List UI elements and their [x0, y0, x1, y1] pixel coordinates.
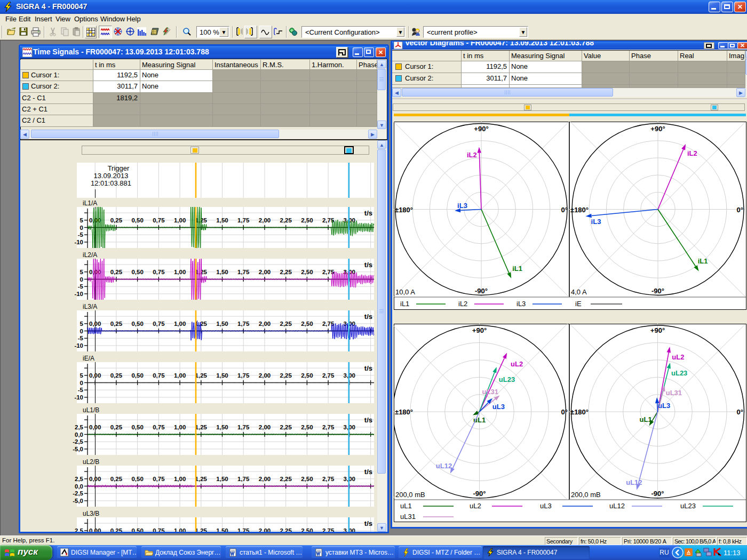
svg-text:0,0: 0,0	[75, 483, 83, 490]
svg-text:0,00: 0,00	[89, 372, 101, 379]
svg-text:iL2: iL2	[687, 149, 697, 157]
svg-text:0: 0	[80, 380, 83, 386]
svg-text:2,75: 2,75	[322, 527, 335, 532]
svg-text:2,00: 2,00	[259, 527, 271, 532]
svg-text:0,75: 0,75	[153, 217, 165, 223]
svg-text:uL2: uL2	[672, 353, 684, 361]
svg-text:t/s: t/s	[364, 468, 372, 476]
svg-text:1,00: 1,00	[174, 527, 186, 532]
svg-text:uL31: uL31	[482, 388, 498, 396]
svg-text:uL1: uL1	[640, 415, 652, 423]
svg-text:2,50: 2,50	[301, 321, 313, 327]
svg-text:5: 5	[80, 372, 84, 379]
svg-text:4,0 A: 4,0 A	[571, 288, 587, 296]
svg-text:0,50: 0,50	[131, 269, 143, 275]
svg-text:0,00: 0,00	[89, 424, 101, 430]
svg-text:iE: iE	[575, 300, 582, 308]
svg-text:2,25: 2,25	[280, 476, 292, 482]
svg-text:1,25: 1,25	[195, 527, 208, 532]
svg-text:1,00: 1,00	[174, 217, 186, 223]
svg-text:0,50: 0,50	[131, 372, 143, 379]
svg-text:0,50: 0,50	[131, 527, 143, 532]
svg-text:iL1: iL1	[400, 300, 409, 308]
svg-text:uL12: uL12	[609, 502, 625, 510]
svg-text:1,00: 1,00	[174, 424, 186, 430]
svg-text:0,75: 0,75	[153, 527, 165, 532]
svg-text:Trigger: Trigger	[108, 164, 130, 172]
svg-text:-5: -5	[78, 231, 84, 238]
svg-text:uL3: uL3	[540, 502, 552, 510]
svg-text:2,25: 2,25	[280, 527, 292, 532]
svg-text:iL1: iL1	[698, 257, 708, 265]
svg-text:+90°: +90°	[650, 125, 665, 133]
svg-text:200,0 mB: 200,0 mB	[571, 491, 601, 499]
svg-text:0,25: 0,25	[110, 321, 123, 327]
svg-text:t/s: t/s	[364, 416, 372, 424]
svg-text:uL2: uL2	[470, 502, 481, 510]
svg-text:12:01:03.881: 12:01:03.881	[91, 179, 131, 187]
svg-text:2,25: 2,25	[280, 269, 292, 275]
svg-text:0,50: 0,50	[131, 476, 143, 482]
svg-text:iL3: iL3	[516, 300, 526, 308]
svg-text:t/s: t/s	[364, 364, 372, 372]
svg-text:+90°: +90°	[472, 326, 487, 334]
svg-text:t/s: t/s	[364, 313, 372, 321]
svg-text:uL12: uL12	[436, 462, 452, 470]
svg-text:0,75: 0,75	[153, 372, 165, 379]
svg-text:+90°: +90°	[474, 125, 488, 133]
svg-text:2,00: 2,00	[259, 321, 271, 327]
svg-text:-90°: -90°	[651, 287, 664, 295]
svg-text:-10: -10	[74, 239, 83, 245]
svg-text:uL31: uL31	[666, 389, 682, 397]
svg-text:2,50: 2,50	[301, 269, 313, 275]
svg-text:2,75: 2,75	[322, 372, 335, 379]
svg-text:-5: -5	[78, 335, 84, 341]
svg-text:0,25: 0,25	[110, 372, 123, 379]
svg-text:-90°: -90°	[473, 490, 486, 498]
svg-text:0: 0	[80, 328, 83, 334]
svg-text:-10: -10	[74, 394, 83, 401]
svg-text:2,75: 2,75	[322, 476, 335, 482]
svg-text:5: 5	[80, 321, 84, 327]
svg-text:0°: 0°	[561, 206, 568, 214]
svg-text:0,00: 0,00	[89, 527, 101, 532]
svg-text:1,50: 1,50	[216, 217, 228, 223]
svg-text:-90°: -90°	[475, 287, 488, 295]
svg-text:uL31: uL31	[400, 513, 416, 521]
svg-text:±180°: ±180°	[395, 408, 413, 416]
svg-text:1,00: 1,00	[174, 269, 186, 275]
svg-text:0: 0	[80, 225, 83, 231]
svg-text:1,25: 1,25	[195, 372, 208, 379]
svg-text:-10: -10	[74, 342, 83, 349]
svg-text:1,00: 1,00	[174, 476, 186, 482]
svg-text:0,75: 0,75	[153, 424, 165, 430]
svg-text:0,25: 0,25	[110, 217, 123, 223]
svg-text:1,50: 1,50	[216, 269, 228, 275]
svg-text:t/s: t/s	[364, 261, 372, 269]
svg-text:1,50: 1,50	[216, 321, 228, 327]
svg-text:iL3: iL3	[457, 202, 467, 210]
svg-text:0,50: 0,50	[131, 424, 143, 430]
svg-text:±180°: ±180°	[395, 206, 413, 214]
svg-text:1,25: 1,25	[195, 476, 208, 482]
svg-text:2,50: 2,50	[301, 476, 313, 482]
svg-text:0,00: 0,00	[89, 321, 101, 327]
svg-text:2,00: 2,00	[259, 269, 271, 275]
svg-text:0°: 0°	[737, 408, 743, 416]
svg-text:1,75: 1,75	[237, 269, 250, 275]
svg-text:t/s: t/s	[364, 519, 372, 527]
svg-text:1,00: 1,00	[174, 372, 186, 379]
svg-text:-5: -5	[78, 283, 84, 290]
svg-text:1,75: 1,75	[237, 217, 250, 223]
svg-text:2,25: 2,25	[280, 372, 292, 379]
svg-text:5: 5	[80, 217, 84, 223]
svg-text:1,50: 1,50	[216, 424, 228, 430]
svg-text:0,50: 0,50	[131, 321, 143, 327]
svg-text:1,25: 1,25	[195, 217, 208, 223]
svg-text:2,75: 2,75	[322, 424, 335, 430]
svg-text:uL1: uL1	[400, 502, 412, 510]
svg-text:0,25: 0,25	[110, 424, 123, 430]
svg-text:0,75: 0,75	[153, 321, 165, 327]
svg-text:±180°: ±180°	[570, 408, 589, 416]
svg-text:iL1: iL1	[512, 265, 522, 273]
